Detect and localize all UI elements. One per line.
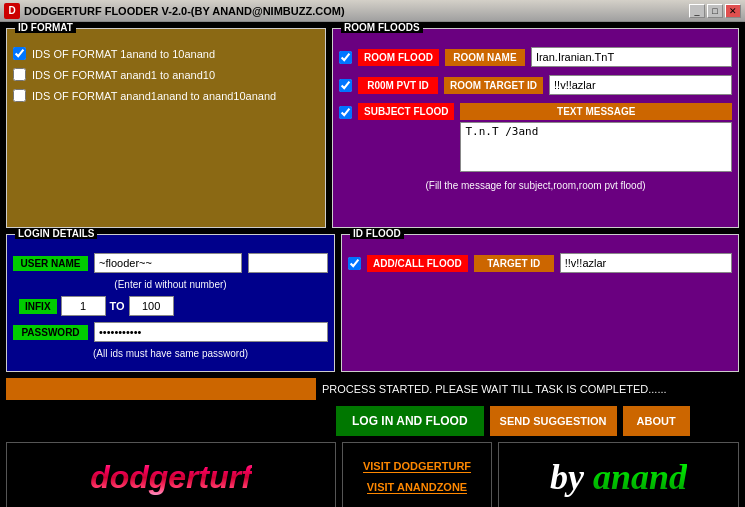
to-label: TO xyxy=(110,300,125,312)
id-format-row-1: IDS OF FORMAT 1anand to 10anand xyxy=(13,47,319,60)
status-row: PROCESS STARTED. PLEASE WAIT TILL TASK I… xyxy=(6,378,739,400)
id-flood-panel: ID FLOOD ADD/CALL FLOOD TARGET ID xyxy=(341,234,739,372)
footer-links: VISIT DODGERTURF VISIT ANANDZONE xyxy=(342,442,492,507)
id-format-row-3: IDS OF FORMAT anand1anand to anand10anan… xyxy=(13,89,319,102)
footer-logo: dodgerturf xyxy=(6,442,336,507)
text-message-label: TEXT MESSAGE xyxy=(460,103,732,120)
room-flood-check[interactable] xyxy=(339,51,352,64)
target-id-input[interactable] xyxy=(560,253,732,273)
title-bar: D DODGERTURF FLOODER V-2.0-(BY ANAND@NIM… xyxy=(0,0,745,22)
room-flood-button[interactable]: ROOM FLOOD xyxy=(358,49,439,66)
room-name-input[interactable] xyxy=(531,47,732,67)
username-input[interactable] xyxy=(94,253,242,273)
login-label: LOGIN DETAILS xyxy=(15,228,97,239)
id-format-text-2: IDS OF FORMAT anand1 to anand10 xyxy=(32,69,215,81)
text-message-input[interactable]: T.n.T /3and xyxy=(460,122,732,172)
id-format-text-3: IDS OF FORMAT anand1anand to anand10anan… xyxy=(32,90,276,102)
id-format-text-1: IDS OF FORMAT 1anand to 10anand xyxy=(32,48,215,60)
enter-hint: (Enter id without number) xyxy=(13,279,328,290)
room-floods-label: ROOM FLOODS xyxy=(341,22,423,33)
room-target-label: ROOM TARGET ID xyxy=(444,77,543,94)
to-input[interactable] xyxy=(129,296,174,316)
room-name-label: ROOM NAME xyxy=(445,49,525,66)
id-format-check-3[interactable] xyxy=(13,89,26,102)
visit-dodgerturf-link[interactable]: VISIT DODGERTURF xyxy=(363,460,471,473)
id-flood-label: ID FLOOD xyxy=(350,228,404,239)
id-format-row-2: IDS OF FORMAT anand1 to anand10 xyxy=(13,68,319,81)
visit-anandzone-link[interactable]: VISIT ANANDZONE xyxy=(367,481,467,494)
room-pvt-check[interactable] xyxy=(339,79,352,92)
password-input[interactable] xyxy=(94,322,328,342)
window-controls: _ □ ✕ xyxy=(689,4,741,18)
footer-row: dodgerturf VISIT DODGERTURF VISIT ANANDZ… xyxy=(6,442,739,507)
title-bar-text: DODGERTURF FLOODER V-2.0-(BY ANAND@NIMBU… xyxy=(24,5,689,17)
log-in-flood-button[interactable]: LOG IN AND FLOOD xyxy=(336,406,484,436)
subject-flood-button[interactable]: SUBJECT FLOOD xyxy=(358,103,454,120)
send-suggestion-button[interactable]: SEND SUGGESTION xyxy=(490,406,617,436)
about-button[interactable]: ABOUT xyxy=(623,406,690,436)
login-panel: LOGIN DETAILS USER NAME (Enter id withou… xyxy=(6,234,335,372)
id-format-label: ID FORMAT xyxy=(15,22,76,33)
room-target-input[interactable] xyxy=(549,75,732,95)
progress-bar xyxy=(6,378,316,400)
fill-message-hint: (Fill the message for subject,room,room … xyxy=(339,180,732,191)
infix-button[interactable]: INFIX xyxy=(19,299,57,314)
status-text: PROCESS STARTED. PLEASE WAIT TILL TASK I… xyxy=(322,383,667,395)
id-format-check-2[interactable] xyxy=(13,68,26,81)
room-pvt-button[interactable]: R00M PVT ID xyxy=(358,77,438,94)
logo-text: dodgerturf xyxy=(90,459,252,496)
password-label: PASSWORD xyxy=(13,325,88,340)
target-id-label: TARGET ID xyxy=(474,255,554,272)
from-input[interactable] xyxy=(61,296,106,316)
subject-flood-check[interactable] xyxy=(339,106,352,119)
room-floods-panel: ROOM FLOODS ROOM FLOOD ROOM NAME R00M PV… xyxy=(332,28,739,228)
app-icon: D xyxy=(4,3,20,19)
same-password-hint: (All ids must have same password) xyxy=(13,348,328,359)
action-row: LOG IN AND FLOOD SEND SUGGESTION ABOUT xyxy=(6,406,739,436)
username-label: USER NAME xyxy=(13,256,88,271)
id-format-panel: ID FORMAT IDS OF FORMAT 1anand to 10anan… xyxy=(6,28,326,228)
footer-by-anand: by anand xyxy=(498,442,739,507)
id-format-check-1[interactable] xyxy=(13,47,26,60)
add-call-flood-check[interactable] xyxy=(348,257,361,270)
by-anand-text: by anand xyxy=(550,456,687,498)
add-call-flood-button[interactable]: ADD/CALL FLOOD xyxy=(367,255,468,272)
username-extra-input[interactable] xyxy=(248,253,328,273)
close-button[interactable]: ✕ xyxy=(725,4,741,18)
maximize-button[interactable]: □ xyxy=(707,4,723,18)
minimize-button[interactable]: _ xyxy=(689,4,705,18)
